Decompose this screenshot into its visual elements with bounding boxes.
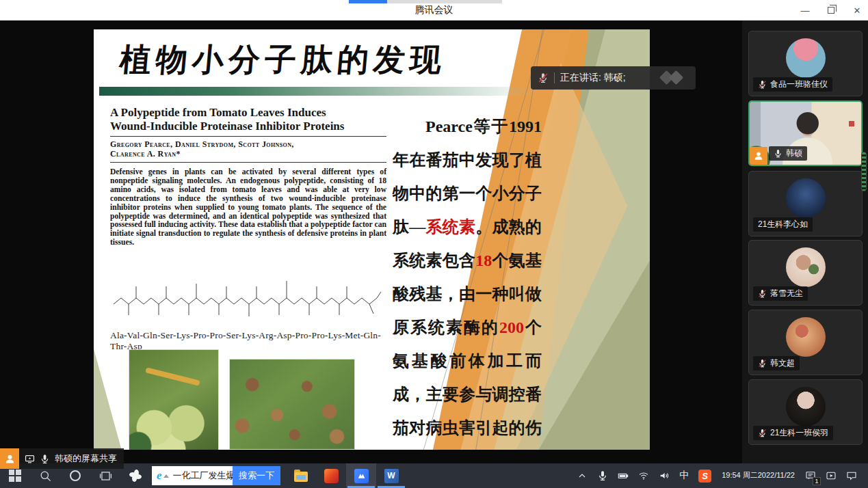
mic-muted-icon (538, 72, 549, 83)
search-icon (39, 470, 52, 483)
tencent-meeting-icon (354, 469, 369, 483)
paper-abstract: Defensive genes in plants can be activat… (110, 168, 386, 247)
participant-name: 韩硕 (786, 148, 802, 159)
participant-name: 21生科李心如 (758, 219, 808, 230)
window-title: 腾讯会议 (0, 4, 868, 16)
ie-browser-icon: e (157, 469, 162, 483)
clock-time: 19:54 周二 (722, 471, 758, 480)
person-badge (750, 147, 767, 165)
toast-divider (554, 72, 555, 83)
wifi-button[interactable] (633, 463, 654, 488)
slide-title: 植物小分子肽的发现 (118, 39, 504, 81)
task-view-icon (99, 470, 112, 483)
caterpillar-shape (146, 367, 200, 385)
paper-authors-line2: Clarence A. Ryan* (110, 149, 386, 159)
restore-button[interactable] (826, 5, 837, 16)
office-icon (324, 469, 339, 483)
action-center-button[interactable] (841, 463, 868, 488)
participant-name: 食品一班骆佳仪 (770, 79, 828, 90)
participant-tile[interactable]: 21生科一班侯羽 (748, 379, 863, 445)
tray-mic-button[interactable] (592, 463, 613, 488)
taskbar-clock[interactable]: 19:54 周二 2022/11/22 (716, 463, 800, 488)
paper-clipping: A Polypeptide from Tomato Leaves Induces… (110, 106, 386, 247)
avatar (786, 38, 826, 78)
screen-share-icon (25, 454, 35, 464)
ime-indicator[interactable]: 中 (674, 463, 694, 488)
pinwheel-app-icon (129, 469, 142, 483)
web-search-box[interactable]: e 一化工厂发生爆炸 搜索一下 (152, 466, 280, 485)
title-bar: 腾讯会议 — ✕ (0, 0, 868, 21)
media-popup-button[interactable] (821, 463, 841, 488)
taskbar: e 一化工厂发生爆炸 搜索一下 W (0, 463, 868, 488)
paper-authors-line1: Gregory Pearce, Daniel Strydom, Scott Jo… (110, 139, 386, 149)
search-query-text[interactable]: 一化工厂发生爆炸 (173, 470, 233, 482)
mic-on-icon (774, 149, 782, 158)
participants-sidebar: 食品一班骆佳仪 韩硕 21生科李心如 (742, 21, 868, 463)
mic-muted-icon (758, 359, 767, 368)
highlight-systemin: 系统素 (425, 218, 475, 236)
office-button[interactable] (316, 463, 346, 488)
volume-icon (659, 470, 670, 481)
pinwheel-app-button[interactable] (120, 463, 150, 488)
system-tray: 中 S 19:54 周二 2022/11/22 1 (572, 463, 868, 488)
participant-tile[interactable]: 韩文超 (748, 310, 863, 375)
paper-title-line1: A Polypeptide from Tomato Leaves Induces (110, 106, 386, 120)
mic-icon (597, 470, 608, 481)
participant-name: 21生科一班侯羽 (770, 427, 828, 439)
caret-icon[interactable] (163, 474, 169, 478)
notification-button[interactable]: 1 (800, 463, 821, 488)
slide-title-underline-bar (99, 87, 551, 96)
toolbar-blue-segment[interactable] (349, 0, 387, 3)
avatar (786, 178, 826, 218)
damaged-leaves-photo (229, 359, 355, 450)
battery-button[interactable] (613, 463, 633, 488)
participant-name: 落雪无尘 (770, 288, 803, 299)
minimize-button[interactable]: — (800, 5, 811, 16)
screen-share-indicator[interactable]: 韩硕的屏幕共享 (0, 448, 124, 469)
person-icon (753, 150, 764, 161)
paper-rule (110, 162, 386, 163)
avatar (786, 247, 826, 287)
participant-tile[interactable]: 落雪无尘 (748, 240, 863, 306)
avatar (786, 387, 826, 426)
media-play-icon (826, 470, 837, 481)
participant-name: 韩文超 (770, 357, 795, 369)
word-icon: W (384, 469, 399, 483)
battery-icon (618, 470, 629, 481)
file-explorer-button[interactable] (286, 463, 316, 488)
paper-rule (110, 136, 386, 137)
wifi-icon (638, 470, 649, 481)
action-center-icon (846, 470, 857, 481)
speaking-toast: 正在讲话: 韩硕; (531, 66, 696, 90)
notification-count-badge: 1 (813, 477, 821, 485)
file-explorer-icon (294, 472, 308, 482)
word-task-button[interactable]: W (376, 463, 406, 488)
close-button[interactable]: ✕ (852, 5, 863, 16)
participant-tile[interactable]: 21生科李心如 (748, 171, 863, 236)
mic-muted-icon (758, 289, 767, 298)
participant-tile-active-speaker[interactable]: 韩硕 (748, 100, 863, 166)
collapsed-meeting-toolbar[interactable] (349, 0, 502, 3)
share-label-text: 韩硕的屏幕共享 (55, 452, 117, 465)
speaking-label: 正在讲话: 韩硕; (560, 72, 626, 84)
tencent-meeting-task-button[interactable] (346, 463, 376, 488)
paper-title-line2: Wound-Inducible Proteinase Inhibitor Pro… (110, 120, 386, 133)
toolbar-gray-segment[interactable] (387, 0, 502, 3)
peptide-structure-image (110, 271, 386, 329)
search-submit-button[interactable]: 搜索一下 (233, 466, 280, 485)
mic-on-icon (40, 454, 50, 464)
sogou-button[interactable]: S (694, 463, 716, 488)
highlight-18: 18 (475, 252, 492, 269)
sogou-icon: S (698, 470, 711, 483)
volume-button[interactable] (654, 463, 674, 488)
participant-tile[interactable]: 食品一班骆佳仪 (748, 31, 863, 96)
mic-muted-icon (758, 429, 767, 437)
sidebar-scrollbar[interactable] (861, 152, 867, 191)
app-window: 腾讯会议 — ✕ 植物小分子肽的发现 A Polypeptide from To… (0, 0, 868, 488)
highlight-200: 200 (499, 318, 524, 336)
tray-expand-button[interactable] (572, 463, 592, 488)
clock-date: 2022/11/22 (758, 471, 795, 480)
tomato-caterpillar-photo (129, 349, 219, 450)
meeting-watermark-logo (657, 70, 689, 85)
chevron-up-icon (577, 470, 588, 481)
